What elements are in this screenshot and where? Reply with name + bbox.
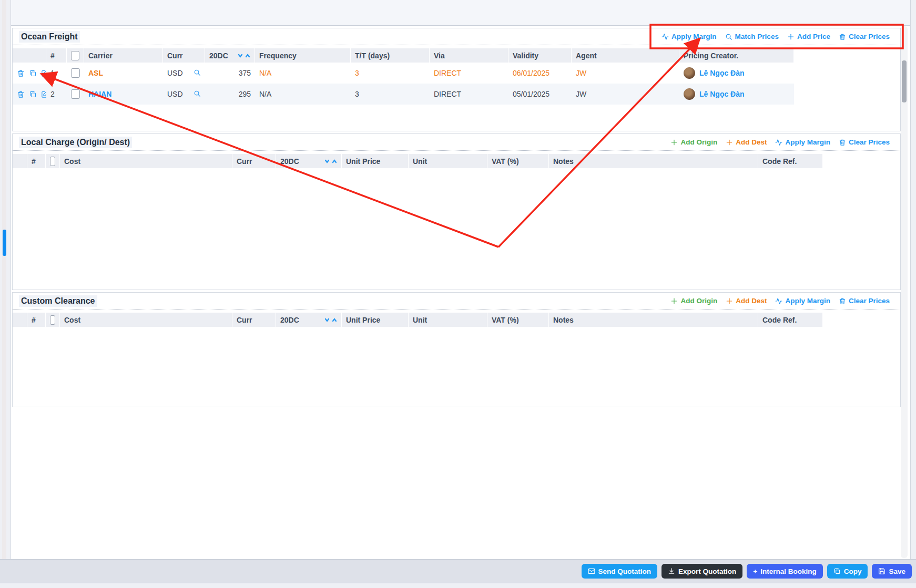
plus-icon — [670, 139, 678, 146]
trash-icon — [839, 33, 846, 40]
col-notes: Notes — [549, 313, 758, 327]
left-scrollbar-track[interactable] — [2, 0, 6, 559]
clear-prices-button[interactable]: Clear Prices — [839, 297, 890, 305]
col-20dc: 20DC — [205, 48, 255, 63]
custom-clearance-header-row: # Cost Curr 20DC Unit Price Unit VAT (%)… — [13, 313, 823, 327]
tt-days-cell: 3 — [351, 63, 430, 84]
row-select — [67, 84, 84, 105]
tt-days-cell: 3 — [351, 84, 430, 105]
duplicate-row-icon[interactable] — [29, 90, 37, 98]
internal-booking-button[interactable]: + Internal Booking — [747, 564, 822, 579]
inner-scrollbar-track[interactable] — [901, 26, 908, 558]
actions-column-header — [13, 154, 27, 168]
validity-cell: 05/01/2025 — [508, 84, 572, 105]
price-20dc-cell[interactable]: 375 — [205, 63, 255, 84]
match-prices-button[interactable]: Match Prices — [725, 33, 779, 40]
col-cost: Cost — [60, 154, 232, 168]
internal-booking-label: Internal Booking — [760, 568, 817, 575]
save-button[interactable]: Save — [872, 564, 912, 579]
sort-asc-icon[interactable] — [332, 317, 337, 323]
local-charge-actions: Add Origin Add Dest Apply Margin Clear P… — [670, 138, 890, 146]
copy-button[interactable]: Copy — [827, 564, 868, 579]
add-dest-label: Add Dest — [736, 297, 767, 305]
delete-row-icon[interactable] — [17, 69, 25, 77]
sort-desc-icon[interactable] — [324, 159, 330, 164]
curr-value: USD — [167, 69, 183, 77]
quotation-page: Ocean Freight Apply Margin Match Prices … — [0, 0, 916, 588]
add-dest-button[interactable]: Add Dest — [726, 297, 767, 305]
inner-scrollbar-thumb[interactable] — [902, 60, 907, 102]
clear-prices-button[interactable]: Clear Prices — [839, 138, 890, 146]
row-checkbox[interactable] — [71, 68, 80, 78]
local-charge-header-row: # Cost Curr 20DC Unit Price Unit VAT (%)… — [13, 154, 823, 168]
sort-icons — [238, 53, 250, 58]
col-vat: VAT (%) — [487, 313, 549, 327]
duplicate-row-icon[interactable] — [29, 69, 37, 77]
col-number: # — [27, 313, 46, 327]
sort-desc-icon[interactable] — [324, 317, 330, 323]
col-number: # — [46, 48, 67, 63]
col-20dc-label: 20DC — [209, 51, 228, 60]
add-dest-button[interactable]: Add Dest — [726, 138, 767, 146]
col-unit-price: Unit Price — [342, 313, 409, 327]
pulse-icon — [775, 297, 782, 305]
local-charge-title-row: Local Charge (Origin/ Dest) Add Origin A… — [13, 134, 900, 151]
plus-icon — [787, 33, 795, 40]
trash-icon — [839, 297, 846, 305]
custom-clearance-title-row: Custom Clearance Add Origin Add Dest App… — [13, 293, 900, 310]
pulse-icon — [661, 33, 669, 40]
clear-prices-label: Clear Prices — [849, 297, 890, 305]
apply-margin-button[interactable]: Apply Margin — [775, 297, 830, 305]
pricing-creator-cell: Lê Ngọc Đàn — [679, 63, 794, 84]
apply-margin-button[interactable]: Apply Margin — [661, 33, 717, 40]
creator-name[interactable]: Lê Ngọc Đàn — [699, 69, 745, 77]
save-icon — [878, 568, 886, 575]
sort-asc-icon[interactable] — [332, 159, 337, 164]
ocean-freight-header-row: # Carrier Curr 20DC Frequency T/T (days)… — [13, 48, 794, 63]
frequency-cell: N/A — [255, 63, 351, 84]
curr-cell: USD — [163, 63, 205, 84]
edit-row-icon[interactable] — [41, 90, 46, 98]
creator-name[interactable]: Lê Ngọc Đàn — [699, 90, 745, 98]
add-origin-button[interactable]: Add Origin — [670, 138, 717, 146]
avatar — [684, 88, 695, 100]
sort-asc-icon[interactable] — [245, 53, 250, 58]
send-quotation-button[interactable]: Send Quotation — [582, 564, 658, 579]
row-checkbox[interactable] — [71, 89, 80, 99]
copy-label: Copy — [844, 568, 862, 575]
col-curr: Curr — [163, 48, 205, 63]
add-origin-button[interactable]: Add Origin — [670, 297, 717, 305]
clear-prices-button[interactable]: Clear Prices — [839, 33, 890, 40]
col-validity: Validity — [508, 48, 572, 63]
col-select-all — [46, 313, 60, 327]
custom-clearance-title: Custom Clearance — [19, 295, 97, 307]
ocean-freight-title: Ocean Freight — [19, 31, 80, 43]
col-vat: VAT (%) — [487, 154, 549, 168]
col-cost: Cost — [60, 313, 232, 327]
price-lookup-icon[interactable] — [194, 90, 201, 99]
sort-icons — [324, 317, 337, 323]
apply-margin-button[interactable]: Apply Margin — [775, 138, 830, 146]
select-all-checkbox[interactable] — [71, 51, 79, 60]
price-20dc-cell[interactable]: 295 — [205, 84, 255, 105]
select-all-checkbox[interactable] — [50, 157, 55, 166]
plus-icon — [726, 139, 733, 146]
carrier-cell[interactable]: ASL — [84, 63, 163, 84]
col-20dc: 20DC — [276, 154, 342, 168]
left-scrollbar-thumb[interactable] — [3, 230, 6, 256]
col-unit: Unit — [409, 154, 487, 168]
trash-icon — [839, 139, 846, 146]
plus-icon: + — [753, 568, 757, 575]
price-lookup-icon[interactable] — [194, 69, 201, 78]
carrier-cell[interactable]: HAIAN — [84, 84, 163, 105]
export-quotation-button[interactable]: Export Quotation — [661, 564, 742, 579]
search-icon — [725, 33, 732, 40]
select-all-checkbox[interactable] — [50, 315, 55, 325]
add-price-button[interactable]: Add Price — [787, 33, 830, 40]
col-select-all — [67, 48, 84, 63]
sort-desc-icon[interactable] — [238, 53, 243, 58]
curr-value: USD — [167, 90, 183, 98]
delete-row-icon[interactable] — [17, 90, 25, 98]
edit-row-icon[interactable] — [41, 69, 46, 77]
ocean-freight-row: 1 ASL USD 375 N/A 3 DIRECT 06/01/2025 JW… — [13, 63, 794, 84]
